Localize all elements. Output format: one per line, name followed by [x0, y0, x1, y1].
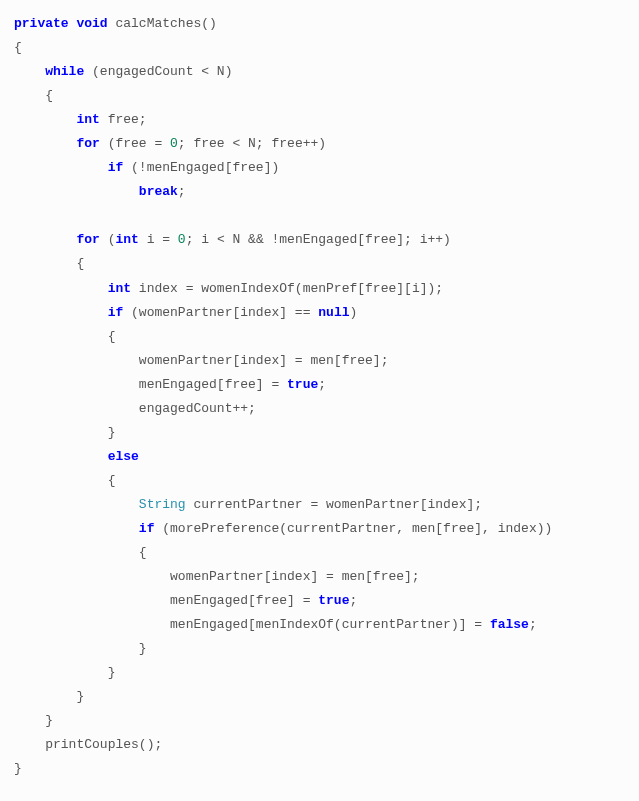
code-line: { [14, 36, 625, 60]
code-line: for (free = 0; free < N; free++) [14, 132, 625, 156]
code-line: while (engagedCount < N) [14, 60, 625, 84]
code-line: { [14, 84, 625, 108]
code-line: { [14, 252, 625, 276]
code-line: else [14, 445, 625, 469]
code-line: { [14, 325, 625, 349]
code-line [14, 204, 625, 228]
code-line: womenPartner[index] = men[free]; [14, 565, 625, 589]
code-line: private void calcMatches() [14, 12, 625, 36]
code-line: int index = womenIndexOf(menPref[free][i… [14, 277, 625, 301]
code-line: } [14, 421, 625, 445]
code-line: if (womenPartner[index] == null) [14, 301, 625, 325]
code-line: } [14, 685, 625, 709]
code-line: } [14, 637, 625, 661]
code-line: menEngaged[free] = true; [14, 373, 625, 397]
code-line: String currentPartner = womenPartner[ind… [14, 493, 625, 517]
code-line: printCouples(); [14, 733, 625, 757]
code-line: menEngaged[menIndexOf(currentPartner)] =… [14, 613, 625, 637]
code-block: private void calcMatches(){ while (engag… [14, 12, 625, 782]
code-line: break; [14, 180, 625, 204]
code-line: for (int i = 0; i < N && !menEngaged[fre… [14, 228, 625, 252]
code-line: int free; [14, 108, 625, 132]
code-line: } [14, 661, 625, 685]
code-line: { [14, 541, 625, 565]
code-line: if (morePreference(currentPartner, men[f… [14, 517, 625, 541]
code-line: } [14, 709, 625, 733]
code-line: if (!menEngaged[free]) [14, 156, 625, 180]
code-line: womenPartner[index] = men[free]; [14, 349, 625, 373]
code-line: engagedCount++; [14, 397, 625, 421]
code-line: { [14, 469, 625, 493]
code-line: menEngaged[free] = true; [14, 589, 625, 613]
code-line: } [14, 757, 625, 781]
